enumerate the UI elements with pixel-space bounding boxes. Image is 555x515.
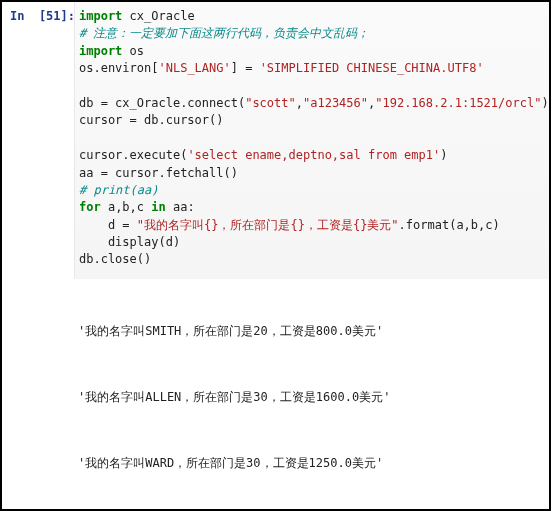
keyword-import: import [79, 44, 122, 58]
code-text: cursor = db.cursor() [79, 113, 224, 127]
code-text: os.environ[ [79, 61, 158, 75]
code-text: aa: [166, 200, 195, 214]
comment: # 注意：一定要加下面这两行代码，负责会中文乱码； [79, 26, 369, 40]
code-text: os [122, 44, 144, 58]
code-text: d = [79, 218, 137, 232]
code-text: ] = [231, 61, 260, 75]
code-text: a,b,c [101, 200, 152, 214]
output-area: '我的名字叫SMITH，所在部门是20，工资是800.0美元' '我的名字叫AL… [74, 279, 549, 511]
string-literal: "a123456" [303, 96, 368, 110]
code-text: db.close() [79, 252, 151, 266]
code-text: , [296, 96, 303, 110]
code-text: .format(a,b,c) [399, 218, 500, 232]
code-text: ) [440, 148, 447, 162]
code-text: display(d) [79, 235, 180, 249]
string-literal: 'NLS_LANG' [158, 61, 230, 75]
output-cell: '我的名字叫SMITH，所在部门是20，工资是800.0美元' '我的名字叫AL… [2, 279, 549, 511]
code-text: cx_Oracle [122, 9, 194, 23]
string-literal: "scott" [245, 96, 296, 110]
string-literal: 'SIMPLIFIED CHINESE_CHINA.UTF8' [260, 61, 484, 75]
keyword-for: for [79, 200, 101, 214]
output-prompt [2, 279, 74, 511]
code-text: aa = cursor.fetchall() [79, 166, 238, 180]
output-line: '我的名字叫ALLEN，所在部门是30，工资是1600.0美元' [78, 384, 541, 415]
string-literal: "我的名字叫{}，所在部门是{}，工资是{}美元" [137, 218, 399, 232]
output-line: '我的名字叫WARD，所在部门是30，工资是1250.0美元' [78, 450, 541, 481]
string-literal: "192.168.2.1:1521/orcl" [375, 96, 541, 110]
output-line: '我的名字叫SMITH，所在部门是20，工资是800.0美元' [78, 318, 541, 349]
code-input[interactable]: import cx_Oracle # 注意：一定要加下面这两行代码，负责会中文乱… [74, 2, 551, 279]
code-text: cursor.execute( [79, 148, 187, 162]
input-prompt: In [51]: [2, 2, 74, 279]
notebook-frame: In [51]: import cx_Oracle # 注意：一定要加下面这两行… [0, 0, 551, 511]
code-text: ) [541, 96, 548, 110]
keyword-in: in [151, 200, 165, 214]
code-cell: In [51]: import cx_Oracle # 注意：一定要加下面这两行… [2, 2, 549, 279]
code-text: db = cx_Oracle.connect( [79, 96, 245, 110]
comment: # print(aa) [79, 183, 158, 197]
string-literal: 'select ename,deptno,sal from emp1' [187, 148, 440, 162]
keyword-import: import [79, 9, 122, 23]
